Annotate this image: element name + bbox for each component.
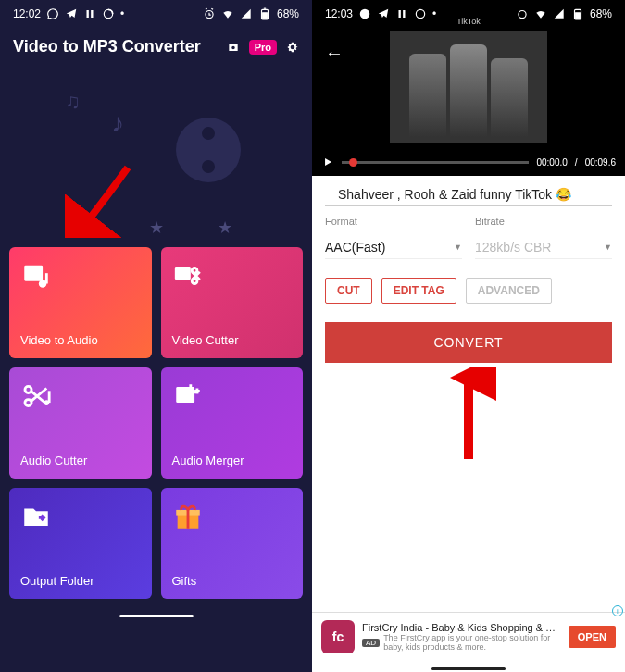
person-silhouette — [450, 44, 487, 137]
wifi-icon — [221, 7, 234, 20]
action-button-row: CUT EDIT TAG ADVANCED — [312, 259, 625, 317]
back-button[interactable]: ← — [325, 43, 344, 64]
tile-audio-cutter[interactable]: Audio Cutter — [9, 367, 152, 479]
whatsapp-icon — [46, 7, 59, 20]
nav-bar — [312, 661, 625, 672]
music-note-icon: ♫ — [65, 90, 81, 114]
video-cutter-icon — [172, 260, 204, 292]
folder-icon — [20, 501, 52, 532]
tile-label: Video Cutter — [172, 333, 293, 347]
annotation-arrow — [325, 363, 612, 474]
video-thumbnail[interactable] — [390, 31, 547, 143]
pause-icon — [83, 7, 96, 20]
time-sep: / — [575, 157, 578, 168]
tile-label: Audio Merger — [172, 454, 293, 467]
bitrate-label: Bitrate — [475, 216, 612, 227]
tile-label: Gifts — [172, 574, 293, 588]
film-reel-icon — [176, 118, 241, 182]
tile-label: Output Folder — [20, 574, 141, 588]
chevron-down-icon: ▼ — [604, 243, 612, 252]
options-row: Format AAC(Fast) ▼ Bitrate 128kb/s CBR ▼ — [312, 216, 625, 259]
edit-tag-button[interactable]: EDIT TAG — [381, 278, 456, 304]
chevron-down-icon: ▼ — [454, 243, 462, 252]
telegram-icon — [65, 7, 78, 20]
video-audio-icon — [20, 260, 52, 292]
nav-bar — [0, 608, 312, 619]
star-icon: ★ — [80, 218, 94, 238]
time-total: 00:09.6 — [585, 157, 616, 168]
bitrate-value: 128kb/s CBR — [475, 240, 551, 255]
decorative-area: ♫ ♪ ★ ★ ★ — [0, 62, 312, 238]
cut-button[interactable]: CUT — [325, 278, 372, 304]
battery-icon — [258, 7, 271, 20]
ad-badge: AD — [362, 639, 380, 647]
audio-merger-icon — [172, 380, 204, 412]
alarm-icon — [203, 7, 216, 20]
tile-label: Audio Cutter — [20, 454, 141, 467]
svg-rect-3 — [263, 13, 268, 19]
svg-rect-6 — [45, 273, 48, 283]
video-title-input[interactable]: Shahveer , Rooh & Zaid funny TikTok 😂 — [325, 176, 612, 206]
tile-output-folder[interactable]: Output Folder — [9, 488, 152, 599]
gear-icon[interactable] — [286, 41, 299, 54]
person-silhouette — [409, 54, 446, 137]
camera-icon[interactable] — [227, 41, 240, 54]
audio-cutter-icon — [20, 380, 52, 412]
ad-banner[interactable]: i fc FirstCry India - Baby & Kids Shoppi… — [312, 612, 625, 661]
tiles-grid: Video to Audio Video Cutter Audio Cutter… — [0, 238, 312, 608]
bitrate-select[interactable]: 128kb/s CBR ▼ — [475, 236, 612, 259]
app-header: Video to MP3 Converter Pro — [0, 28, 312, 62]
ad-open-button[interactable]: OPEN — [569, 626, 616, 648]
star-icon: ★ — [218, 218, 232, 238]
mini-app-title: TikTok — [312, 17, 625, 26]
video-player: 12:03 • 68% TikTok ← 0 — [312, 0, 625, 176]
svg-rect-4 — [24, 266, 43, 281]
progress-icon — [102, 7, 115, 20]
format-label: Format — [325, 216, 462, 227]
tile-gifts[interactable]: Gifts — [161, 488, 304, 599]
gift-icon — [172, 501, 204, 532]
advanced-button: ADVANCED — [466, 278, 552, 304]
screen-convert: 12:03 • 68% TikTok ← 0 — [312, 0, 625, 672]
pro-badge[interactable]: Pro — [249, 40, 277, 55]
status-bar: 12:02 • — [0, 0, 312, 28]
svg-rect-13 — [48, 391, 51, 403]
signal-icon — [240, 7, 253, 20]
tile-audio-merger[interactable]: Audio Merger — [161, 367, 304, 479]
tile-label: Video to Audio — [20, 333, 141, 347]
svg-rect-7 — [174, 267, 190, 280]
format-select[interactable]: AAC(Fast) ▼ — [325, 236, 462, 259]
ad-info-icon[interactable]: i — [612, 605, 623, 616]
ad-app-icon: fc — [321, 620, 355, 653]
ad-subtitle: The FirstCry app is your one-stop soluti… — [383, 633, 561, 652]
battery-text: 68% — [277, 7, 299, 20]
ad-title: FirstCry India - Baby & Kids Shopping & … — [362, 622, 561, 633]
svg-rect-16 — [188, 391, 190, 399]
star-icon: ★ — [149, 218, 164, 238]
person-silhouette — [491, 58, 528, 137]
music-note-icon: ♪ — [111, 108, 124, 138]
tile-video-cutter[interactable]: Video Cutter — [161, 247, 304, 358]
clock: 12:02 — [13, 7, 41, 20]
format-value: AAC(Fast) — [325, 240, 385, 255]
dot-icon: • — [120, 7, 124, 20]
time-current: 00:00.0 — [536, 157, 567, 168]
seek-bar[interactable] — [342, 161, 529, 164]
play-icon[interactable] — [321, 156, 334, 168]
svg-rect-19 — [186, 510, 189, 529]
convert-button[interactable]: CONVERT — [325, 322, 612, 363]
play-controls: 00:00.0/00:09.6 — [321, 156, 616, 168]
tile-video-to-audio[interactable]: Video to Audio — [9, 247, 152, 358]
app-title: Video to MP3 Converter — [13, 37, 201, 56]
screen-home: 12:02 • — [0, 0, 312, 672]
